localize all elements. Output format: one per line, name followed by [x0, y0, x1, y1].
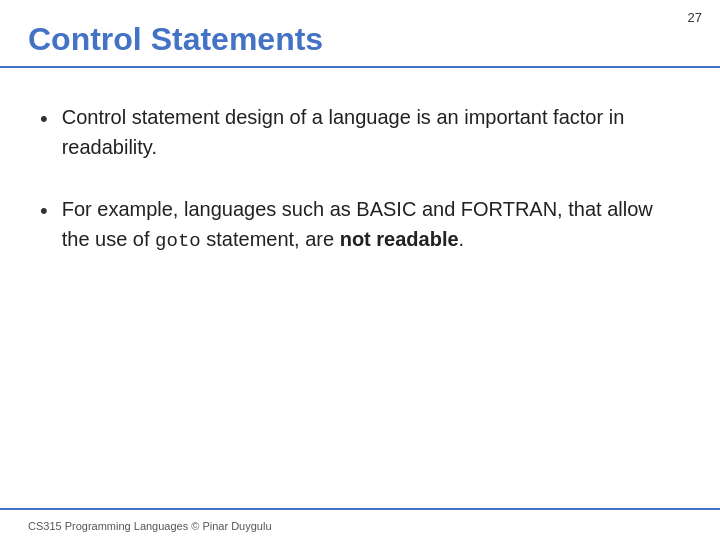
slide-title: Control Statements	[28, 20, 692, 58]
slide-container: 27 Control Statements • Control statemen…	[0, 0, 720, 540]
not-readable-text: not readable	[340, 228, 459, 250]
footer: CS315 Programming Languages © Pinar Duyg…	[0, 508, 720, 540]
footer-text: CS315 Programming Languages © Pinar Duyg…	[28, 520, 272, 532]
slide-number: 27	[688, 10, 702, 25]
bullet-item-1: • Control statement design of a language…	[40, 102, 680, 162]
bullet-item-2: • For example, languages such as BASIC a…	[40, 194, 680, 256]
goto-keyword: goto	[155, 230, 201, 252]
content-area: • Control statement design of a language…	[0, 92, 720, 298]
bullet-dot-1: •	[40, 104, 48, 135]
bullet-text-2: For example, languages such as BASIC and…	[62, 194, 680, 256]
title-section: Control Statements	[0, 0, 720, 68]
bullet-text-1: Control statement design of a language i…	[62, 102, 680, 162]
bullet-dot-2: •	[40, 196, 48, 227]
